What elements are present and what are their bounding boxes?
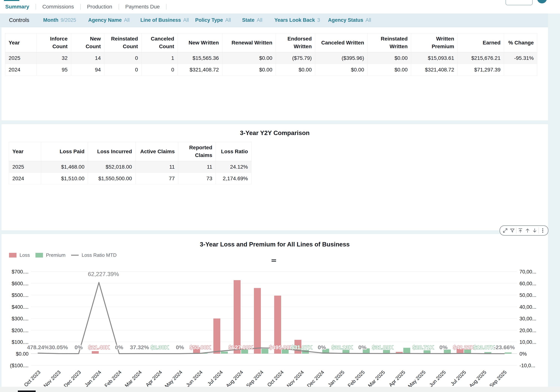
table-row: 2025$1,468.00$52,018.00111124.12% <box>9 161 251 173</box>
filter-label: Years Look Back <box>274 17 315 23</box>
premium-bar-Sep-2025[interactable] <box>505 353 511 353</box>
right-axis-label: 60,00... <box>520 281 536 286</box>
column-header[interactable]: Active Claims <box>136 142 178 161</box>
column-header[interactable]: Written Premium <box>411 33 458 52</box>
menu-kebab-icon[interactable] <box>539 226 546 235</box>
data-label-Apr-2024: $2.38K <box>151 344 169 350</box>
y2y-comparison-card: 3-Year Y2Y Comparison YearLoss PaidLoss … <box>1 124 548 230</box>
cell: 2025 <box>9 161 41 173</box>
cell: $15,093.61 <box>411 52 458 64</box>
column-header[interactable]: Loss Incurred <box>88 142 136 161</box>
filter-icon[interactable] <box>509 226 516 235</box>
cell: $0.00 <box>368 64 411 76</box>
chart-title: 3-Year Loss and Premium for All Lines of… <box>1 241 548 248</box>
filter-label: Policy Type <box>195 17 223 23</box>
cell: $321,408.72 <box>178 64 222 76</box>
loss-bar-Sep-2024[interactable] <box>254 288 261 354</box>
right-axis-label: 20,00... <box>520 328 536 333</box>
right-axis-label: 10,00... <box>520 339 536 345</box>
resize-handle[interactable] <box>271 259 276 262</box>
x-axis-label: Feb 2025 <box>347 369 366 387</box>
left-axis-label: $200.... <box>12 328 29 333</box>
maximize-icon[interactable] <box>502 226 509 235</box>
data-label-Nov-2023: 30.05% <box>49 344 68 350</box>
filter-line-of-business[interactable]: Line of Business All <box>140 13 189 27</box>
x-axis-label: May 2025 <box>407 369 427 387</box>
column-header[interactable]: % Change <box>504 33 537 52</box>
column-header[interactable]: Year <box>9 142 41 161</box>
column-header[interactable]: Loss Ratio <box>216 142 251 161</box>
column-header[interactable]: Canceled Written <box>315 33 368 52</box>
column-header[interactable]: Year <box>5 33 37 52</box>
arrow-down-icon[interactable] <box>531 226 538 235</box>
controls-bar: Controls Month 9/2025 Agency Name All Li… <box>0 13 548 27</box>
column-header[interactable]: Reinstated Written <box>368 33 411 52</box>
column-header[interactable]: Reinstated Count <box>104 33 141 52</box>
filter-state[interactable]: State All <box>242 13 262 27</box>
column-header[interactable]: Renewal Written <box>222 33 276 52</box>
x-axis-label: Dec 2023 <box>63 369 82 387</box>
left-axis-label: $400.... <box>12 304 29 310</box>
loss-bar-Jan-2024[interactable] <box>92 351 99 353</box>
loss-bar-Aug-2024[interactable] <box>234 280 240 354</box>
cell: 32 <box>37 52 71 64</box>
production-summary-card: YearInforce CountNew CountReinstated Cou… <box>1 27 548 120</box>
legend-item-loss[interactable]: Loss <box>9 252 30 258</box>
combo-chart-plot: $700....70,00...$600....60,00...$500....… <box>0 263 560 387</box>
move-to-top-icon[interactable] <box>517 226 524 235</box>
x-axis-label: Oct 2023 <box>23 369 42 387</box>
table-row: 2025321401$15,565.36$0.00($75.79)($395.9… <box>5 52 537 64</box>
cell: 2025 <box>5 52 37 64</box>
cell: $321,408.72 <box>411 64 458 76</box>
user-avatar[interactable] <box>537 0 547 3</box>
arrow-up-icon[interactable] <box>524 226 531 235</box>
cell: 73 <box>178 173 216 184</box>
column-header[interactable]: Endorsed Written <box>276 33 315 52</box>
data-label-Dec-2023: 0% <box>74 344 83 350</box>
tab-production[interactable]: Production <box>81 4 119 10</box>
tab-summary[interactable]: Summary <box>5 4 36 10</box>
premium-bar-Jul-2024[interactable] <box>221 352 228 353</box>
cell: 11 <box>178 161 216 173</box>
cell: ($75.79) <box>276 52 315 64</box>
cell: 2024 <box>5 64 37 76</box>
premium-swatch <box>35 253 43 257</box>
tab-payments-due[interactable]: Payments Due <box>119 4 166 10</box>
left-axis-label: $700.... <box>12 269 29 274</box>
cell: 94 <box>71 64 104 76</box>
data-label-Nov-2024: $31.07K <box>291 344 312 350</box>
legend-label: Premium <box>46 252 66 258</box>
legend-item-premium[interactable]: Premium <box>35 252 66 258</box>
filter-agency-status[interactable]: Agency Status All <box>328 13 371 27</box>
legend-item-loss-ratio[interactable]: Loss Ratio MTD <box>71 252 117 258</box>
cell: 1 <box>141 52 178 64</box>
column-header[interactable]: Canceled Count <box>141 33 178 52</box>
cell: -95.31% <box>504 52 537 64</box>
column-header[interactable]: Loss Paid <box>41 142 88 161</box>
cell: $0.00 <box>222 52 276 64</box>
column-header[interactable]: New Written <box>178 33 222 52</box>
column-header[interactable]: Reported Claims <box>178 142 216 161</box>
x-axis-label: Jan 2024 <box>83 369 102 387</box>
cell: 24.12% <box>216 161 251 173</box>
tab-separator <box>166 4 166 10</box>
column-header[interactable]: Inforce Count <box>37 33 71 52</box>
tab-commissions[interactable]: Commissions <box>36 4 80 10</box>
filter-month[interactable]: Month 9/2025 <box>43 13 76 27</box>
cell: 2,174.69% <box>216 173 251 184</box>
cell: 0 <box>141 64 178 76</box>
column-header[interactable]: New Count <box>71 33 104 52</box>
x-axis-label: Oct 2024 <box>266 369 285 387</box>
loss-ratio-line[interactable] <box>38 283 504 354</box>
loss-bar-Jul-2024[interactable] <box>213 318 220 354</box>
filter-policy-type[interactable]: Policy Type All <box>195 13 231 27</box>
premium-bar-Sep-2024[interactable] <box>261 349 268 353</box>
filter-years-look-back[interactable]: Years Look Back 3 <box>274 13 320 27</box>
filter-agency-name[interactable]: Agency Name All <box>88 13 130 27</box>
cell: $71,297.39 <box>458 64 504 76</box>
premium-bar-Apr-2025[interactable] <box>403 348 410 353</box>
production-table: YearInforce CountNew CountReinstated Cou… <box>5 33 537 76</box>
top-right-button-cropped[interactable] <box>506 0 533 5</box>
data-label-Aug-2025: $13.07K <box>473 344 495 350</box>
column-header[interactable]: Earned <box>458 33 504 52</box>
